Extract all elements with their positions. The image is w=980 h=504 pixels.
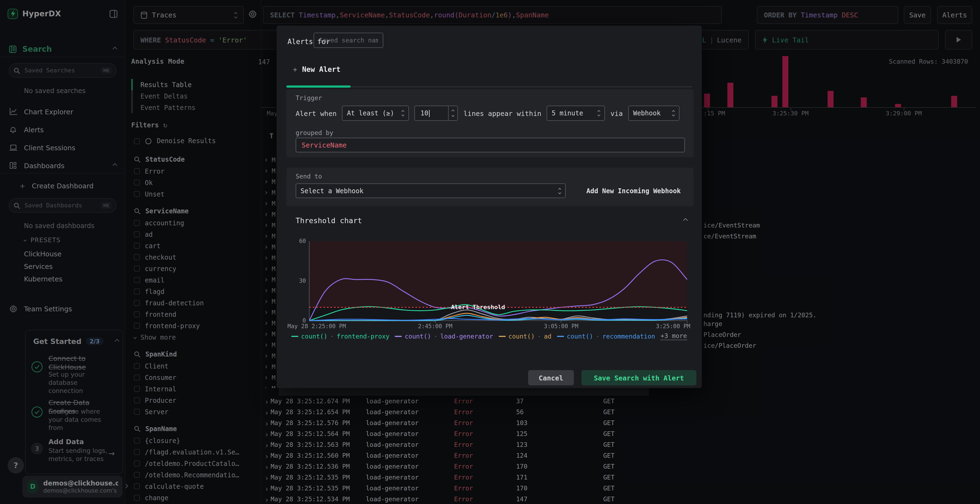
operator-select[interactable]: At least (≥) [342, 106, 409, 121]
legend-series-name: recommendation [603, 332, 655, 340]
legend-agg: count() [508, 332, 535, 340]
x-tick-label: May 28 2:25:00 PM [288, 323, 346, 329]
grouped-by-label: grouped by [296, 129, 334, 137]
chart-legend: count()·frontend-proxycount()·load-gener… [291, 332, 687, 340]
above-threshold-region [309, 241, 687, 307]
plus-icon: + [293, 65, 297, 73]
legend-dash [395, 335, 402, 337]
text-caret [429, 110, 429, 117]
app-window: HyperDX Search ⌘K No saved searches Char… [0, 0, 980, 504]
threshold-chart: 03060May 28 2:25:00 PM2:45:00 PM3:05:00 … [283, 238, 697, 334]
trigger-label: Trigger [296, 94, 322, 102]
legend-series-name: frontend-proxy [337, 332, 390, 340]
alert-when-label: Alert when [296, 109, 337, 117]
threshold-value: 10 [421, 110, 428, 117]
legend-separator: · [330, 332, 334, 340]
legend-entry[interactable]: count()·frontend-proxy [291, 332, 390, 340]
channel-value: Webhook [633, 110, 661, 117]
legend-dash [557, 335, 564, 337]
threshold-chart-title: Threshold chart [296, 216, 362, 225]
x-tick-label: 3:05:00 PM [544, 323, 578, 329]
legend-separator: · [538, 332, 541, 340]
y-tick-label: 60 [299, 238, 306, 244]
send-to-panel: Send to Select a Webhook Add New Incomin… [286, 168, 694, 206]
new-alert-tab-label: New Alert [302, 65, 340, 73]
window-select[interactable]: 5 minute [547, 106, 605, 121]
legend-entry[interactable]: count()·recommendation [557, 332, 655, 340]
legend-separator: · [434, 332, 438, 340]
window-value: 5 minute [552, 110, 583, 117]
x-tick-label: 2:45:00 PM [418, 323, 452, 329]
cancel-button[interactable]: Cancel [528, 370, 574, 385]
channel-select[interactable]: Webhook [628, 106, 679, 121]
select-chevrons-icon [598, 110, 600, 116]
send-to-label: Send to [296, 173, 322, 180]
legend-dash [498, 335, 506, 337]
legend-agg: count() [405, 332, 431, 340]
x-tick-label: 3:25:00 PM [656, 323, 690, 329]
legend-agg: count() [567, 332, 593, 340]
webhook-select[interactable]: Select a Webhook [296, 183, 566, 198]
alert-threshold-label: Alert Threshold [451, 304, 505, 310]
legend-series-name: ad [544, 332, 552, 340]
trigger-panel: Trigger Alert when At least (≥) 10 lines… [286, 89, 694, 157]
select-chevrons-icon [672, 110, 675, 116]
save-search-with-alert-button[interactable]: Save Search with Alert [581, 370, 696, 385]
legend-series-name: load-generator [441, 332, 493, 340]
threshold-value-input[interactable]: 10 [415, 106, 458, 121]
group-by-input[interactable] [296, 138, 685, 153]
tab-new-alert[interactable]: + New Alert [293, 65, 340, 73]
chart-collapse-chevron-icon[interactable] [683, 218, 688, 223]
trigger-row: Alert when At least (≥) 10 lines appear … [296, 106, 679, 121]
number-stepper[interactable] [449, 106, 458, 120]
saved-search-name-input[interactable] [313, 33, 383, 48]
operator-value: At least (≥) [347, 110, 394, 117]
active-tab-indicator [286, 86, 351, 87]
select-chevrons-icon [558, 188, 561, 194]
cancel-label: Cancel [539, 374, 563, 382]
legend-entry[interactable]: count()·ad [498, 332, 552, 340]
webhook-select-value: Select a Webhook [301, 187, 363, 195]
via-label: via [611, 109, 623, 117]
legend-more-link[interactable]: +3 more [661, 332, 687, 340]
legend-dash [291, 335, 298, 337]
y-tick-label: 30 [299, 278, 306, 284]
alerts-modal: Alerts for + New Alert Trigger Alert whe… [277, 25, 702, 388]
legend-separator: · [596, 332, 600, 340]
legend-entry[interactable]: count()·load-generator [395, 332, 493, 340]
lines-within-label: lines appear within [464, 109, 541, 117]
select-chevrons-icon [402, 110, 404, 116]
legend-agg: count() [301, 332, 328, 340]
save-label: Save Search with Alert [594, 374, 684, 382]
add-webhook-link[interactable]: Add New Incoming Webhook [586, 187, 681, 195]
